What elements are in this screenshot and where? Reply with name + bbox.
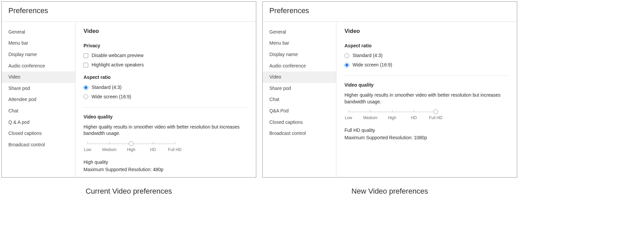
content-pane: Video Privacy Disable webcam preview Hig…: [75, 22, 256, 177]
content-heading: Video: [84, 27, 248, 35]
radio-label: Wide screen (16:9): [353, 62, 392, 68]
slider-label: Low: [84, 147, 91, 153]
radio-label: Wide screen (16:9): [92, 94, 131, 100]
sidebar-item-display-name[interactable]: Display name: [2, 49, 75, 60]
sidebar-item-closed-captions[interactable]: Closed captions: [2, 128, 75, 139]
quality-summary: High quality Maximum Supported Resolutio…: [84, 159, 248, 173]
slider-tick: [88, 142, 88, 144]
slider-tick: [109, 142, 110, 144]
sidebar-item-broadcast-control[interactable]: Broadcast control: [2, 139, 75, 151]
divider: [84, 107, 248, 108]
checkbox-disable-webcam-preview[interactable]: Disable webcam preview: [84, 52, 248, 59]
sidebar-item-attendee-pod[interactable]: Attendee pod: [2, 94, 75, 105]
divider: [344, 76, 509, 76]
slider-thumb[interactable]: [433, 109, 438, 114]
slider-tick: [414, 110, 414, 112]
checkbox-label: Disable webcam preview: [92, 52, 144, 59]
section-aspect-title: Aspect ratio: [84, 74, 248, 81]
slider-tick: [370, 110, 371, 112]
content-heading: Video: [344, 27, 509, 35]
slider-label: Low: [345, 115, 352, 121]
sidebar-item-video[interactable]: Video: [2, 71, 75, 83]
slider-thumb[interactable]: [129, 141, 133, 146]
radio-icon: [344, 63, 349, 67]
radio-label: Standard (4:3): [92, 84, 122, 91]
sidebar: General Menu bar Display name Audio conf…: [263, 22, 336, 177]
quality-summary-line1: Full HD quality: [344, 127, 509, 134]
quality-summary-line1: High quality: [84, 159, 248, 166]
radio-standard[interactable]: Standard (4:3): [84, 84, 248, 91]
sidebar-item-video[interactable]: Video: [263, 71, 336, 83]
panel-caption: Current Video preferences: [86, 186, 172, 197]
sidebar-item-share-pod[interactable]: Share pod: [2, 83, 75, 94]
slider-label: Full HD: [168, 147, 181, 153]
radio-wide[interactable]: Wide screen (16:9): [344, 62, 509, 68]
sidebar: General Menu bar Display name Audio conf…: [2, 22, 75, 177]
sidebar-item-general[interactable]: General: [263, 27, 336, 38]
radio-icon: [84, 85, 88, 90]
quality-slider[interactable]: Low Medium High HD Full HD: [88, 142, 175, 153]
sidebar-item-qa-pod[interactable]: Q & A pod: [2, 117, 75, 128]
radio-icon: [344, 53, 349, 58]
sidebar-item-audio-conference[interactable]: Audio conference: [263, 60, 336, 72]
checkbox-icon: [84, 63, 88, 67]
slider-label: High: [127, 147, 136, 153]
sidebar-item-chat[interactable]: Chat: [263, 94, 336, 105]
section-quality-title: Video quality: [84, 114, 248, 120]
quality-summary-line2: Maximum Supported Resolution: 480p: [84, 166, 248, 173]
quality-slider[interactable]: Low Medium High HD Full HD: [348, 110, 436, 121]
slider-label: High: [388, 115, 396, 121]
quality-description: Higher quality results in smoother video…: [84, 124, 248, 137]
slider-tick: [348, 110, 349, 112]
slider-tick: [175, 142, 175, 144]
slider-label: HD: [411, 115, 417, 121]
panel-caption: New Video preferences: [352, 186, 428, 197]
slider-label: Medium: [363, 115, 378, 121]
slider-label: Full HD: [429, 115, 442, 121]
quality-description: Higher quality results in smoother video…: [344, 92, 509, 105]
sidebar-item-closed-captions[interactable]: Closed captions: [263, 117, 336, 128]
section-aspect-title: Aspect ratio: [344, 43, 509, 49]
sidebar-item-display-name[interactable]: Display name: [263, 49, 336, 60]
sidebar-item-chat[interactable]: Chat: [2, 105, 75, 117]
content-pane: Video Aspect ratio Standard (4:3) Wide s…: [336, 22, 517, 177]
sidebar-item-general[interactable]: General: [2, 27, 75, 38]
sidebar-item-share-pod[interactable]: Share pod: [263, 83, 336, 94]
slider-tick: [392, 110, 392, 112]
checkbox-highlight-active-speakers[interactable]: Highlight active speakers: [84, 62, 248, 68]
panel-title: Preferences: [263, 2, 517, 21]
sidebar-item-qa-pod[interactable]: Q&A Pod: [263, 105, 336, 117]
radio-icon: [84, 94, 88, 99]
preferences-panel-new: Preferences General Menu bar Display nam…: [262, 1, 517, 178]
sidebar-item-menu-bar[interactable]: Menu bar: [263, 38, 336, 49]
slider-label: Medium: [102, 147, 117, 153]
sidebar-item-audio-conference[interactable]: Audio conference: [2, 60, 75, 72]
radio-wide[interactable]: Wide screen (16:9): [84, 94, 248, 100]
slider-label: HD: [150, 147, 156, 153]
quality-summary-line2: Maximum Supported Resolution: 1080p: [344, 135, 509, 141]
radio-label: Standard (4:3): [353, 52, 383, 59]
preferences-panel-current: Preferences General Menu bar Display nam…: [1, 1, 256, 178]
quality-summary: Full HD quality Maximum Supported Resolu…: [344, 127, 509, 141]
slider-tick: [153, 142, 153, 144]
section-quality-title: Video quality: [344, 82, 509, 89]
checkbox-label: Highlight active speakers: [92, 62, 144, 68]
checkbox-icon: [84, 53, 88, 58]
radio-standard[interactable]: Standard (4:3): [344, 52, 509, 59]
sidebar-item-menu-bar[interactable]: Menu bar: [2, 38, 75, 49]
sidebar-item-broadcast-control[interactable]: Broadcast control: [263, 128, 336, 139]
section-privacy-title: Privacy: [84, 43, 248, 49]
panel-title: Preferences: [2, 2, 256, 21]
